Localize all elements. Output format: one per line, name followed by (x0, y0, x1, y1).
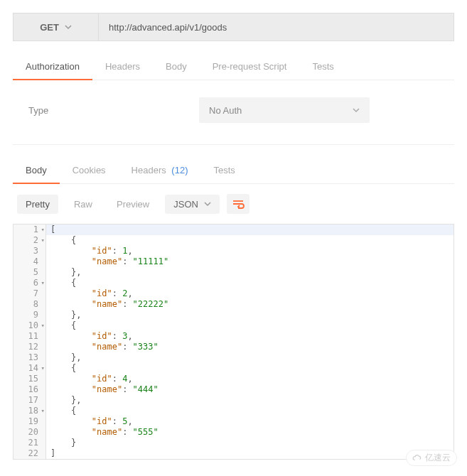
code-line: 22] (14, 448, 453, 459)
line-number: 19 (14, 416, 46, 427)
auth-section: Type No Auth (13, 80, 454, 145)
code-content: }, (46, 310, 453, 320)
code-line: 5 }, (14, 267, 453, 278)
code-line: 17 }, (14, 395, 453, 406)
line-number: 13 (14, 352, 46, 363)
code-line: 3 "id": 1, (14, 246, 453, 256)
resp-tab-tests[interactable]: Tests (200, 158, 247, 183)
line-number: 10 (14, 320, 46, 331)
request-tabs: AuthorizationHeadersBodyPre-request Scri… (13, 54, 454, 80)
code-line: 16 "name": "444" (14, 384, 453, 395)
url-input[interactable] (99, 13, 453, 40)
code-line: 14 { (14, 363, 453, 374)
line-number: 9 (14, 310, 46, 320)
code-line: 6 { (14, 278, 453, 288)
code-content: }, (46, 395, 453, 406)
format-label: JSON (173, 199, 198, 210)
code-line: 10 { (14, 320, 453, 331)
line-number: 1 (14, 225, 46, 235)
line-number: 18 (14, 406, 46, 416)
line-number: 17 (14, 395, 46, 406)
chevron-down-icon (204, 200, 211, 207)
watermark: 亿速云 (406, 450, 457, 460)
code-content: [ (46, 225, 453, 235)
view-mode-row: Pretty Raw Preview JSON (13, 184, 454, 224)
view-raw-button[interactable]: Raw (65, 195, 101, 214)
line-number: 15 (14, 374, 46, 384)
code-content: "name": "22222" (46, 299, 453, 310)
response-tabs: BodyCookiesHeaders (12)Tests (13, 158, 454, 184)
line-number: 2 (14, 235, 46, 246)
line-number: 4 (14, 256, 46, 267)
code-content: { (46, 406, 453, 416)
request-bar: GET (13, 13, 454, 41)
code-line: 7 "id": 2, (14, 288, 453, 299)
code-content: { (46, 278, 453, 288)
code-content: "id": 1, (46, 246, 453, 256)
line-number: 14 (14, 363, 46, 374)
line-number: 8 (14, 299, 46, 310)
code-line: 21 } (14, 438, 453, 448)
code-content: "id": 3, (46, 331, 453, 342)
auth-type-value: No Auth (209, 105, 242, 116)
http-method-select[interactable]: GET (14, 13, 99, 40)
tab-tests[interactable]: Tests (299, 54, 346, 80)
code-content: { (46, 363, 453, 374)
header-count: (12) (169, 165, 188, 175)
code-line: 15 "id": 4, (14, 374, 453, 384)
http-method-label: GET (40, 22, 59, 33)
code-content: { (46, 320, 453, 331)
line-number: 5 (14, 267, 46, 278)
line-number: 16 (14, 384, 46, 395)
code-line: 19 "id": 5, (14, 416, 453, 427)
line-number: 12 (14, 342, 46, 352)
chevron-down-icon (353, 107, 360, 114)
resp-tab-cookies[interactable]: Cookies (60, 158, 119, 183)
line-number: 3 (14, 246, 46, 256)
response-panel: BodyCookiesHeaders (12)Tests Pretty Raw … (13, 158, 454, 460)
code-line: 18 { (14, 406, 453, 416)
request-panel: GET AuthorizationHeadersBodyPre-request … (13, 13, 454, 145)
view-pretty-button[interactable]: Pretty (17, 195, 58, 214)
auth-type-label: Type (28, 105, 171, 116)
code-line: 20 "name": "555" (14, 427, 453, 438)
code-content: "id": 2, (46, 288, 453, 299)
line-number: 6 (14, 278, 46, 288)
code-line: 9 }, (14, 310, 453, 320)
auth-type-select[interactable]: No Auth (199, 97, 370, 123)
code-line: 11 "id": 3, (14, 331, 453, 342)
wrap-lines-button[interactable] (227, 194, 249, 214)
line-number: 11 (14, 331, 46, 342)
tab-headers[interactable]: Headers (92, 54, 153, 80)
resp-tab-body[interactable]: Body (13, 158, 60, 184)
code-content: }, (46, 352, 453, 363)
view-preview-button[interactable]: Preview (108, 195, 158, 214)
resp-tab-headers[interactable]: Headers (12) (119, 158, 201, 183)
code-content: "id": 4, (46, 374, 453, 384)
code-content: "id": 5, (46, 416, 453, 427)
chevron-down-icon (65, 23, 72, 31)
line-number: 7 (14, 288, 46, 299)
code-content: { (46, 235, 453, 246)
watermark-text: 亿速云 (425, 452, 451, 460)
line-number: 20 (14, 427, 46, 438)
code-content: "name": "11111" (46, 256, 453, 267)
code-line: 2 { (14, 235, 453, 246)
code-line: 1[ (14, 225, 453, 235)
code-content: ] (46, 448, 453, 459)
cloud-icon (412, 453, 422, 460)
response-body-code[interactable]: 1[2 {3 "id": 1,4 "name": "11111"5 },6 {7… (13, 224, 454, 460)
line-number: 21 (14, 438, 46, 448)
tab-pre-request-script[interactable]: Pre-request Script (200, 54, 300, 80)
code-content: "name": "555" (46, 427, 453, 438)
tab-authorization[interactable]: Authorization (13, 54, 92, 80)
code-line: 13 }, (14, 352, 453, 363)
format-select[interactable]: JSON (165, 195, 220, 214)
code-line: 12 "name": "333" (14, 342, 453, 352)
code-line: 4 "name": "11111" (14, 256, 453, 267)
code-content: "name": "333" (46, 342, 453, 352)
tab-body[interactable]: Body (153, 54, 200, 80)
code-content: } (46, 438, 453, 448)
code-content: }, (46, 267, 453, 278)
wrap-icon (232, 199, 245, 209)
